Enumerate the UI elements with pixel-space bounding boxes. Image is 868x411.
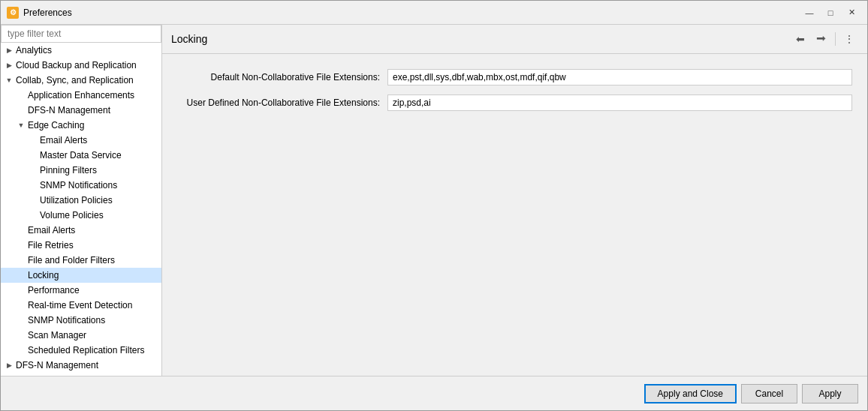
tree-item-label-email-alerts-child: Email Alerts xyxy=(40,135,87,146)
tree-item-label-volume-policies: Volume Policies xyxy=(40,210,104,220)
page-title: Locking xyxy=(171,33,791,45)
maximize-button[interactable]: □ xyxy=(821,5,840,20)
tree-item-label-analytics: Analytics xyxy=(16,45,52,56)
apply-close-button[interactable]: Apply and Close xyxy=(644,384,737,404)
tree-item-label-file-retries: File Retries xyxy=(28,240,74,250)
tree-item-label-edge-caching: Edge Caching xyxy=(28,120,84,130)
more-button[interactable]: ⋮ xyxy=(840,31,858,47)
window-icon: ⚙ xyxy=(7,7,19,19)
tree-item-label-dfs-n-mgmt-child: DFS-N Management xyxy=(28,105,110,116)
tree-item-label-dfs-n-management: DFS-N Management xyxy=(16,360,98,370)
tree-item-analytics[interactable]: Analytics xyxy=(1,43,161,58)
minimize-button[interactable]: — xyxy=(800,5,819,20)
tree-item-email-alerts[interactable]: Email Alerts xyxy=(1,223,161,238)
tree-item-app-enhancements[interactable]: Application Enhancements xyxy=(1,88,161,103)
tree-item-label-app-enhancements: Application Enhancements xyxy=(28,90,134,100)
form-area: Default Non-Collaborative File Extension… xyxy=(162,54,867,376)
tree-item-scan-manager[interactable]: Scan Manager xyxy=(1,328,161,343)
tree-item-master-data-service[interactable]: Master Data Service xyxy=(1,148,161,163)
tree-item-email-alerts-child[interactable]: Email Alerts xyxy=(1,133,161,148)
tree-container: AnalyticsCloud Backup and ReplicationCol… xyxy=(1,43,161,376)
sidebar: AnalyticsCloud Backup and ReplicationCol… xyxy=(1,25,162,376)
toolbar-buttons: ⬅ ⮕ ⋮ xyxy=(791,31,858,47)
tree-item-label-realtime-event: Real-time Event Detection xyxy=(28,300,132,310)
tree-item-collab[interactable]: Collab, Sync, and Replication xyxy=(1,73,161,88)
content-area: AnalyticsCloud Backup and ReplicationCol… xyxy=(1,25,867,376)
cancel-button[interactable]: Cancel xyxy=(741,384,797,404)
tree-item-edge-caching[interactable]: Edge Caching xyxy=(1,118,161,133)
filter-input[interactable] xyxy=(1,25,161,43)
title-bar: ⚙ Preferences — □ ✕ xyxy=(1,1,867,25)
tree-item-dfs-n-management[interactable]: DFS-N Management xyxy=(1,358,161,373)
toolbar-separator xyxy=(835,32,836,46)
tree-item-snmp-notif-child[interactable]: SNMP Notifications xyxy=(1,178,161,193)
tree-item-realtime-event[interactable]: Real-time Event Detection xyxy=(1,298,161,313)
default-extensions-row: Default Non-Collaborative File Extension… xyxy=(177,69,852,86)
tree-item-performance[interactable]: Performance xyxy=(1,283,161,298)
tree-item-utilization-policies[interactable]: Utilization Policies xyxy=(1,193,161,208)
user-defined-extensions-input[interactable] xyxy=(387,94,852,111)
window-title: Preferences xyxy=(23,8,800,18)
close-button[interactable]: ✕ xyxy=(842,5,861,20)
tree-item-file-retries[interactable]: File Retries xyxy=(1,238,161,253)
tree-item-label-master-data-service: Master Data Service xyxy=(40,150,122,160)
tree-item-scheduled-replication[interactable]: Scheduled Replication Filters xyxy=(1,343,161,358)
window-controls: — □ ✕ xyxy=(800,5,861,20)
bottom-bar: Apply and Close Cancel Apply xyxy=(1,376,867,410)
default-extensions-label: Default Non-Collaborative File Extension… xyxy=(177,72,387,82)
user-defined-extensions-row: User Defined Non-Collaborative File Exte… xyxy=(177,94,852,111)
tree-item-label-snmp-notifications: SNMP Notifications xyxy=(28,315,105,326)
forward-button[interactable]: ⮕ xyxy=(812,31,830,47)
tree-item-file-folder-filters[interactable]: File and Folder Filters xyxy=(1,253,161,268)
back-button[interactable]: ⬅ xyxy=(791,31,809,47)
main-content: Locking ⬅ ⮕ ⋮ Default Non-Collaborative … xyxy=(162,25,867,376)
tree-item-label-locking: Locking xyxy=(28,270,59,280)
tree-item-label-email-alerts: Email Alerts xyxy=(28,225,75,236)
apply-button[interactable]: Apply xyxy=(802,384,858,404)
tree-item-locking[interactable]: Locking xyxy=(1,268,161,283)
preferences-window: ⚙ Preferences — □ ✕ AnalyticsCloud Backu… xyxy=(0,0,868,411)
tree-item-cloud-backup[interactable]: Cloud Backup and Replication xyxy=(1,58,161,73)
tree-item-snmp-notifications[interactable]: SNMP Notifications xyxy=(1,313,161,328)
tree-item-dfs-n-mgmt-child[interactable]: DFS-N Management xyxy=(1,103,161,118)
tree-item-label-performance: Performance xyxy=(28,285,80,296)
tree-item-label-utilization-policies: Utilization Policies xyxy=(40,195,113,206)
default-extensions-input[interactable] xyxy=(387,69,852,86)
tree-item-label-collab: Collab, Sync, and Replication xyxy=(16,75,134,86)
tree-item-label-cloud-backup: Cloud Backup and Replication xyxy=(16,60,137,70)
main-header: Locking ⬅ ⮕ ⋮ xyxy=(162,25,867,54)
tree-item-label-snmp-notif-child: SNMP Notifications xyxy=(40,180,117,190)
tree-item-label-scheduled-replication: Scheduled Replication Filters xyxy=(28,345,144,356)
tree-item-volume-policies[interactable]: Volume Policies xyxy=(1,208,161,223)
user-defined-extensions-label: User Defined Non-Collaborative File Exte… xyxy=(177,98,387,108)
tree-item-label-pinning-filters: Pinning Filters xyxy=(40,165,97,176)
tree-item-pinning-filters[interactable]: Pinning Filters xyxy=(1,163,161,178)
tree-item-label-file-folder-filters: File and Folder Filters xyxy=(28,255,115,266)
tree-item-label-scan-manager: Scan Manager xyxy=(28,330,86,340)
